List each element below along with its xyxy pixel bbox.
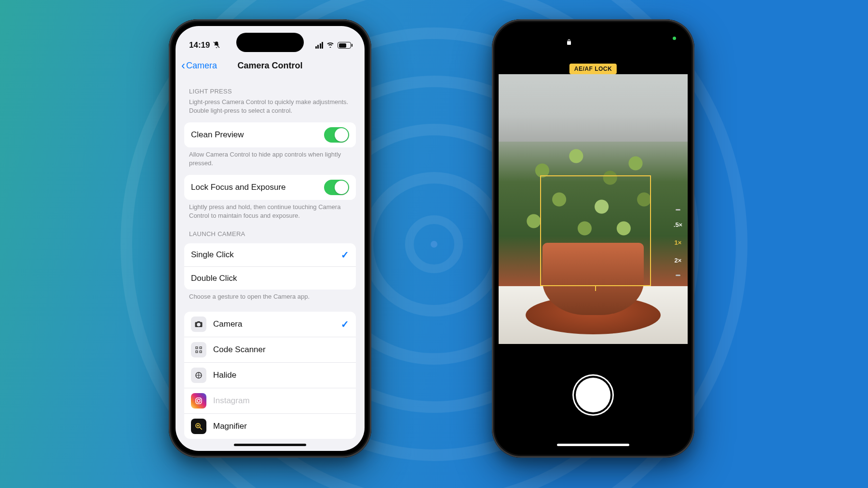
section-header-light-press: LIGHT PRESS — [184, 77, 356, 97]
app-instagram-label: Instagram — [213, 396, 349, 406]
shutter-button[interactable] — [576, 378, 610, 412]
row-double-click[interactable]: Double Click — [184, 266, 356, 290]
row-app-camera[interactable]: Camera ✓ — [184, 312, 356, 337]
chevron-left-icon: ‹ — [181, 60, 185, 71]
camera-phone-mockup: AE/AF LOCK .5× 1× 2× — [492, 19, 694, 458]
camera-viewfinder[interactable] — [499, 74, 688, 344]
checkmark-icon: ✓ — [341, 249, 349, 261]
zoom-1x[interactable]: 1× — [675, 239, 682, 246]
back-label: Camera — [186, 61, 217, 71]
zoom-selector[interactable]: .5× 1× 2× — [668, 209, 688, 276]
svg-point-3 — [197, 399, 200, 402]
halide-app-icon — [191, 368, 206, 383]
zoom-tick-icon — [676, 275, 680, 276]
app-halide-label: Halide — [213, 370, 349, 380]
svg-point-4 — [200, 398, 201, 399]
settings-phone-mockup: 14:19 ‹ Camera Camer — [169, 19, 371, 458]
privacy-indicator-dot — [673, 37, 676, 40]
wifi-icon — [326, 40, 335, 50]
clean-preview-toggle[interactable] — [324, 127, 349, 143]
lock-focus-label: Lock Focus and Exposure — [191, 183, 286, 192]
launch-camera-footer: Choose a gesture to open the Camera app. — [184, 290, 356, 301]
cellular-bars-icon — [315, 42, 324, 49]
battery-icon — [338, 42, 351, 49]
bell-slash-icon — [213, 41, 220, 50]
qr-scanner-icon — [191, 342, 206, 357]
focus-indicator — [540, 175, 651, 286]
dynamic-island — [559, 33, 627, 52]
clean-preview-footer: Allow Camera Control to hide app control… — [184, 147, 356, 167]
svg-line-6 — [200, 427, 202, 430]
row-clean-preview[interactable]: Clean Preview — [184, 122, 356, 147]
zoom-0-5x[interactable]: .5× — [674, 221, 682, 228]
section-header-launch: LAUNCH CAMERA — [184, 220, 356, 239]
instagram-app-icon — [191, 393, 206, 409]
home-indicator[interactable] — [557, 444, 629, 446]
single-click-label: Single Click — [191, 250, 234, 260]
zoom-tick-icon — [676, 209, 680, 211]
row-app-instagram[interactable]: Instagram — [184, 388, 356, 413]
clean-preview-label: Clean Preview — [191, 130, 244, 140]
row-app-halide[interactable]: Halide — [184, 362, 356, 388]
lock-icon — [566, 39, 572, 47]
app-magnifier-label: Magnifier — [213, 422, 349, 431]
settings-content: LIGHT PRESS Light-press Camera Control t… — [176, 77, 365, 451]
nav-header: ‹ Camera Camera Control — [176, 54, 365, 77]
row-single-click[interactable]: Single Click ✓ — [184, 243, 356, 266]
row-app-magnifier[interactable]: Magnifier — [184, 413, 356, 439]
app-scanner-label: Code Scanner — [213, 345, 349, 355]
home-indicator[interactable] — [234, 444, 306, 446]
row-lock-focus[interactable]: Lock Focus and Exposure — [184, 175, 356, 200]
magnifier-app-icon — [191, 419, 206, 434]
app-camera-label: Camera — [213, 319, 334, 329]
camera-app-icon — [191, 317, 206, 332]
row-app-scanner[interactable]: Code Scanner — [184, 337, 356, 362]
dynamic-island — [236, 33, 304, 52]
page-title: Camera Control — [237, 61, 302, 71]
status-time: 14:19 — [189, 40, 210, 50]
lock-focus-footer: Lightly press and hold, then continue to… — [184, 200, 356, 220]
checkmark-icon: ✓ — [341, 318, 349, 330]
back-button[interactable]: ‹ Camera — [181, 60, 217, 71]
ae-af-lock-badge: AE/AF LOCK — [570, 64, 617, 74]
section-desc-light-press: Light-press Camera Control to quickly ma… — [184, 97, 356, 115]
zoom-2x[interactable]: 2× — [675, 257, 682, 264]
lock-focus-toggle[interactable] — [324, 180, 349, 195]
double-click-label: Double Click — [191, 274, 237, 283]
